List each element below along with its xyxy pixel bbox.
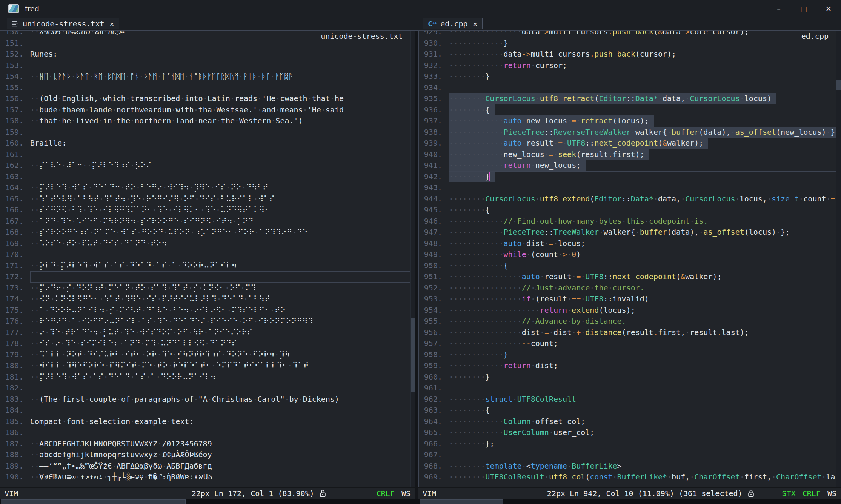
editor-line[interactable]: 962.········struct·UTF8ColResult bbox=[419, 394, 836, 405]
editor-line[interactable]: 154.··ᚻᛖ·ᚳᚹᚫᚦ·ᚦᚫᛏ·ᚻᛖ·ᛒᚢᛞᛖ·ᚩᚾ·ᚦᚫᛗ·ᛚᚪᚾᛞᛖ·ᚾ… bbox=[0, 71, 410, 82]
editor-line[interactable]: 949.············while·(count·>·0) bbox=[419, 249, 836, 260]
editor-line[interactable]: 167.··⠁⠝⠙·⠹⠑·⠡⠊⠑⠋·⠍⠳⠗⠝⠻⠲·⡎⠊⠗⠕⠕⠛⠑·⠎⠊⠛⠝⠫·⠊… bbox=[0, 216, 410, 227]
editor-line[interactable]: 955.················//·Advance·by·distan… bbox=[419, 316, 836, 327]
maximize-button[interactable]: □ bbox=[791, 0, 816, 17]
editor-line[interactable]: 168.··⡎⠊⠗⠕⠕⠛⠑⠰⠎·⠝⠁⠍⠑·⠺⠁⠎·⠛⠕⠕⠙·⠥⠏⠕⠝·⠰⡡⠁⠝⠛… bbox=[0, 227, 410, 238]
editor-line[interactable]: 172. bbox=[0, 271, 410, 283]
editor-line[interactable]: 969.········UTF8ColResult·utf8_col(const… bbox=[419, 472, 836, 483]
editor-line[interactable]: 952.················//·Just·advance·the·… bbox=[419, 283, 836, 294]
editor-line[interactable]: 937.············auto·new_locus·=·retract… bbox=[419, 115, 836, 127]
close-button[interactable]: ✕ bbox=[816, 0, 841, 17]
editor-line[interactable]: 942.········} bbox=[419, 171, 836, 183]
editor-line[interactable]: 152.Runes: bbox=[0, 49, 410, 60]
horizontal-scrollbar[interactable] bbox=[418, 499, 841, 504]
editor-line[interactable]: 160.Braille: bbox=[0, 138, 410, 149]
vertical-scrollbar[interactable] bbox=[836, 31, 841, 487]
editor-line[interactable]: 186. bbox=[0, 427, 410, 438]
editor-line[interactable]: 182. bbox=[0, 383, 410, 394]
editor-line[interactable]: 190.··∀∂∈ℝ∧∪≡∞·↑↗↨↻⇣·┐┼╔╘░►☺♀·ﬁ�⑀₂ἠḂӥẄɐː… bbox=[0, 472, 410, 483]
editor-line[interactable]: 932.············return·cursor; bbox=[419, 60, 836, 71]
editor-line[interactable]: 170. bbox=[0, 249, 410, 260]
editor-line[interactable]: 965.············UserColumn·user_col; bbox=[419, 427, 836, 438]
editor-line[interactable]: 936.········{ bbox=[419, 104, 836, 116]
editor-line[interactable]: 173.··⡍⠔⠙⠖·⡊·⠙⠕⠝⠰⠞·⠍⠑⠁⠝·⠞⠕·⠎⠁⠹·⠹⠁⠞·⡊·⠅⠝⠪… bbox=[0, 283, 410, 294]
editor-line[interactable]: 934. bbox=[419, 82, 836, 94]
scrollbar-thumb[interactable] bbox=[420, 499, 503, 504]
editor-line[interactable]: 165.··⠱⠁⠞⠑⠧⠻·⠁⠃⠳⠞·⠹⠁⠞⠲·⡹⠑·⠗⠑⠛⠊⠌⠻·⠕⠋·⠙⠊⠎·… bbox=[0, 194, 410, 205]
tab-ed-cpp[interactable]: C++ ed.cpp ✕ bbox=[423, 18, 483, 29]
editor-line[interactable]: 188.··abcdefghijklmnopqrstuvwxyz·£©µÀÆÖÞ… bbox=[0, 449, 410, 461]
editor-line[interactable]: 930.············} bbox=[419, 38, 836, 49]
editor-line[interactable]: 156.··(Old·English,·which·transcribed·in… bbox=[0, 93, 410, 104]
editor-line[interactable]: 964.············Column·offset_col; bbox=[419, 416, 836, 427]
editor-line[interactable]: 176.··⠗⠑⠛⠜⠙·⠁·⠊⠕⠋⠋⠔⠤⠝⠁⠊⠇·⠁⠎·⠹⠑·⠙⠑⠁⠙⠑⠌·⠏⠊… bbox=[0, 316, 410, 327]
editor-line[interactable]: 183.··(The·first·couple·of·paragraphs·of… bbox=[0, 394, 410, 405]
editor-line[interactable]: 179.··⠩⠁⠇⠇·⠝⠕⠞·⠙⠊⠌⠥⠗⠃·⠊⠞⠂·⠕⠗·⠹⠑·⡊⠳⠝⠞⠗⠹⠰⠎… bbox=[0, 349, 410, 361]
editor-line[interactable]: 958.············} bbox=[419, 349, 836, 361]
editor-line[interactable]: 175.··⠁·⠙⠕⠕⠗⠤⠝⠁⠊⠇⠲·⡊·⠍⠊⠣⠞·⠙⠁⠧⠑·⠃⠑⠲·⠔⠊⠇⠔⠫… bbox=[0, 305, 410, 316]
pane-divider[interactable] bbox=[415, 31, 418, 487]
editor-line[interactable]: 187.··ABCDEFGHIJKLMNOPQRSTUVWXYZ·/012345… bbox=[0, 438, 410, 450]
editor-line[interactable]: 174.··⠪⠝·⠅⠝⠪⠇⠫⠛⠑⠂·⠱⠁⠞·⠹⠻⠑·⠊⠎·⠏⠜⠞⠊⠊⠥⠇⠜⠇⠹·… bbox=[0, 293, 410, 305]
editor-line[interactable]: 155. bbox=[0, 82, 410, 94]
editor-line[interactable]: 181.··⡍⠜⠇⠑⠹·⠺⠁⠎·⠁⠎·⠙⠑⠁⠙·⠁⠎·⠁·⠙⠕⠕⠗⠤⠝⠁⠊⠇⠲ bbox=[0, 372, 410, 383]
scrollbar-thumb[interactable] bbox=[1, 499, 186, 504]
editor-line[interactable]: 959.············return·dist; bbox=[419, 360, 836, 372]
editor-line[interactable]: 951.················auto·result·=·UTF8::… bbox=[419, 271, 836, 283]
editor-line[interactable]: 939.············auto·result·=·UTF8::next… bbox=[419, 138, 836, 149]
editor-line[interactable]: 945.········{ bbox=[419, 204, 836, 216]
editor-line[interactable]: 169.··⠡⠕⠎⠑·⠞⠕·⠏⠥⠞·⠙⠊⠎·⠙⠁⠝⠙·⠞⠕⠲ bbox=[0, 238, 410, 249]
editor-line[interactable]: 950.············{ bbox=[419, 260, 836, 272]
editor-line[interactable]: 178.··⠊⠎·⠔·⠹⠑·⠎⠊⠍⠊⠇⠑⠆·⠁⠝⠙·⠍⠹·⠥⠝⠙⠁⠇⠇⠪⠫·⠙⠁… bbox=[0, 338, 410, 349]
editor-line[interactable]: 940.············new_locus·=·seek(result.… bbox=[419, 149, 836, 160]
scrollbar-thumb[interactable] bbox=[411, 318, 415, 392]
editor-line[interactable]: 944.········CursorLocus·utf8_extend(Edit… bbox=[419, 194, 836, 205]
editor-line[interactable]: 931.············data->multi_cursors.push… bbox=[419, 49, 836, 60]
editor-line[interactable]: 954.····················return·extend(lo… bbox=[419, 305, 836, 316]
editor-line[interactable]: 953.················if·(result·==·UTF8::… bbox=[419, 293, 836, 305]
editor-line[interactable]: 161. bbox=[0, 149, 410, 160]
editor-line[interactable]: 948.············auto·dist·=·locus; bbox=[419, 238, 836, 249]
editor-line[interactable]: 153. bbox=[0, 60, 410, 71]
editor-line[interactable]: 947.············PieceTree::TreeWalker·wa… bbox=[419, 227, 836, 238]
editor-line[interactable]: 189.··–—‘“”„†•…‰™œŠŸž€·ΑΒΓΔΩαβγδω·АБВГДа… bbox=[0, 461, 410, 472]
editor-line[interactable]: 935.········CursorLocus·utf8_retract(Edi… bbox=[419, 93, 836, 104]
editor-line[interactable]: 941.············return·new_locus; bbox=[419, 160, 836, 171]
editor-line[interactable]: 956.················dist·=·dist·+·distan… bbox=[419, 327, 836, 338]
editor-line[interactable]: 164.··⡍⠜⠇⠑⠹·⠺⠁⠎·⠙⠑⠁⠙⠒·⠞⠕·⠃⠑⠛⠔·⠺⠊⠹⠲·⡹⠻⠑·⠊… bbox=[0, 182, 410, 194]
editor-line[interactable]: 946.············//·Find·out·how·many·byt… bbox=[419, 216, 836, 227]
tab-close-icon[interactable]: ✕ bbox=[110, 20, 114, 28]
editor-line[interactable]: 938.············PieceTree::ReverseTreeWa… bbox=[419, 127, 836, 138]
text-viewport[interactable]: 150.··እግርህን·በፍራሽህ·ልክ·ዘርጋ።151.152.Runes:1… bbox=[0, 31, 410, 487]
editor-line[interactable]: 159. bbox=[0, 127, 410, 138]
horizontal-scrollbar[interactable] bbox=[0, 499, 415, 504]
editor-line[interactable]: 184. bbox=[0, 405, 410, 416]
editor-line[interactable]: 960.········} bbox=[419, 372, 836, 383]
minimize-button[interactable]: – bbox=[766, 0, 791, 17]
editor-pane-left[interactable]: 150.··እግርህን·በፍራሽህ·ልክ·ዘርጋ።151.152.Runes:1… bbox=[0, 31, 415, 487]
editor-line[interactable]: 929.················data->multi_cursors.… bbox=[419, 31, 836, 38]
scrollbar-thumb[interactable] bbox=[836, 80, 841, 90]
editor-line[interactable]: 968.········template·<typename·BufferLik… bbox=[419, 461, 836, 472]
editor-line[interactable]: 177.··⠔·⠹⠑·⠞⠗⠁⠙⠑⠲·⡃⠥⠞·⠹⠑·⠺⠊⠎⠙⠕⠍·⠕⠋·⠳⠗·⠁⠝… bbox=[0, 327, 410, 338]
editor-line[interactable]: 961. bbox=[419, 383, 836, 394]
editor-line[interactable]: 166.··⠎⠊⠛⠝⠫·⠃⠹·⠹⠑·⠊⠇⠻⠛⠹⠍⠁⠝⠂·⠹⠑·⠊⠇⠻⠅⠂·⠹⠑·… bbox=[0, 204, 410, 216]
editor-line[interactable]: 967. bbox=[419, 449, 836, 461]
editor-pane-right[interactable]: 929.················data->multi_cursors.… bbox=[418, 31, 841, 487]
editor-line[interactable]: 180.··⠺⠊⠇⠇·⠹⠻⠑⠋⠕⠗⠑·⠏⠻⠍⠊⠞·⠍⠑·⠞⠕·⠗⠑⠏⠑⠁⠞⠂·⠑… bbox=[0, 360, 410, 372]
editor-line[interactable]: 966.········}; bbox=[419, 438, 836, 450]
editor-line[interactable]: 933.········} bbox=[419, 71, 836, 82]
editor-line[interactable]: 171.··⡕⠇⠙·⡍⠜⠇⠑⠹·⠺⠁⠎·⠁⠎·⠙⠑⠁⠙·⠁⠎·⠁·⠙⠕⠕⠗⠤⠝⠁… bbox=[0, 260, 410, 272]
code-viewport[interactable]: 929.················data->multi_cursors.… bbox=[419, 31, 836, 487]
editor-line[interactable]: 943. bbox=[419, 182, 836, 194]
editor-line[interactable]: 963.········{ bbox=[419, 405, 836, 416]
vertical-scrollbar[interactable] bbox=[410, 31, 415, 487]
editor-line[interactable]: 158.··that·he·lived·in·the·northern·land… bbox=[0, 115, 410, 127]
editor-line[interactable]: 162.··⡌⠁⠧⠑·⠼⠁⠒··⡍⠜⠇⠑⠹⠰⠎·⡣⠕⠌ bbox=[0, 160, 410, 171]
tab-close-icon[interactable]: ✕ bbox=[473, 20, 477, 28]
editor-line[interactable]: 957.················--count; bbox=[419, 338, 836, 349]
editor-line[interactable]: 163. bbox=[0, 171, 410, 183]
tab-unicode-stress-txt[interactable]: unicode-stress.txt ✕ bbox=[7, 18, 119, 29]
editor-line[interactable]: 185.Compact·font·selection·example·text: bbox=[0, 416, 410, 427]
editor-line[interactable]: 157.··bude·thaem·lande·northweardum·with… bbox=[0, 104, 410, 116]
